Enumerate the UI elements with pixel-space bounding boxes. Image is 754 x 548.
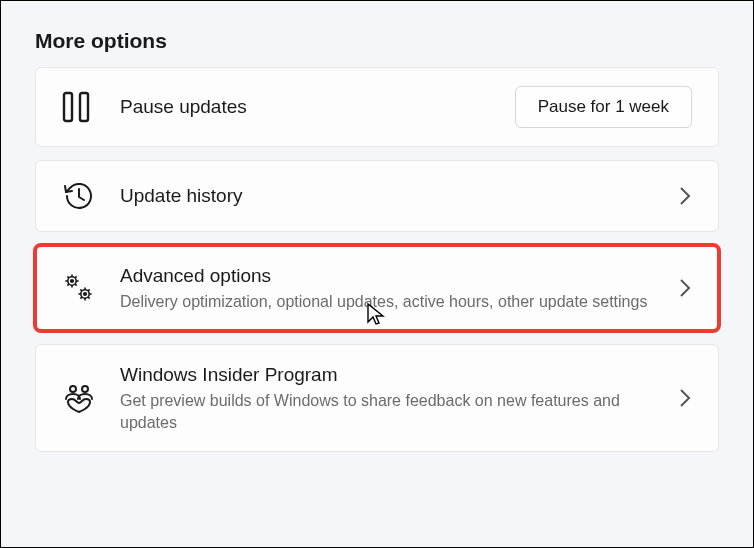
svg-line-8 [67, 276, 69, 278]
update-history-title: Update history [120, 184, 660, 209]
pause-updates-card: Pause updates Pause for 1 week [35, 67, 719, 147]
chevron-right-icon [678, 387, 692, 409]
svg-line-11 [75, 276, 77, 278]
windows-insider-program-card[interactable]: Windows Insider Program Get preview buil… [35, 344, 719, 452]
svg-line-9 [75, 284, 77, 286]
windows-insider-subtitle: Get preview builds of Windows to share f… [120, 390, 660, 433]
svg-line-10 [67, 284, 69, 286]
history-icon [62, 179, 120, 213]
advanced-options-title: Advanced options [120, 264, 660, 289]
advanced-options-subtitle: Delivery optimization, optional updates,… [120, 291, 660, 313]
svg-rect-1 [80, 93, 88, 121]
svg-point-22 [70, 386, 76, 392]
svg-line-21 [88, 289, 90, 291]
svg-line-19 [88, 297, 90, 299]
gears-icon [62, 271, 120, 305]
svg-point-23 [82, 386, 88, 392]
pause-icon [62, 91, 120, 123]
pause-updates-title: Pause updates [120, 95, 497, 120]
chevron-right-icon [678, 277, 692, 299]
section-header: More options [35, 29, 719, 53]
svg-point-13 [84, 293, 87, 296]
pause-for-1-week-button[interactable]: Pause for 1 week [515, 86, 692, 128]
update-history-card[interactable]: Update history [35, 160, 719, 232]
svg-line-18 [80, 289, 82, 291]
chevron-right-icon [678, 185, 692, 207]
svg-point-3 [71, 280, 74, 283]
windows-insider-title: Windows Insider Program [120, 363, 660, 388]
svg-line-20 [80, 297, 82, 299]
advanced-options-card[interactable]: Advanced options Delivery optimization, … [35, 245, 719, 331]
svg-rect-0 [64, 93, 72, 121]
insider-icon [62, 382, 120, 414]
